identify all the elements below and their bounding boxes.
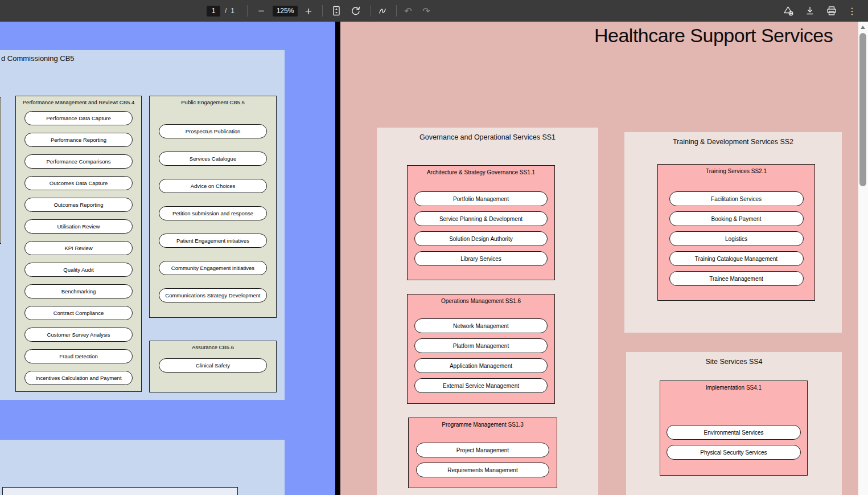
- group-title: Training & Development Services SS2: [624, 132, 842, 146]
- service-pill: Fraud Detection: [24, 349, 133, 363]
- service-pill: Project Management: [416, 443, 549, 457]
- page-number-input[interactable]: 1: [207, 6, 220, 17]
- service-pill: Performance Reporting: [24, 133, 133, 147]
- service-pill: KPI Review: [24, 241, 133, 255]
- service-pill: Contract Compliance: [24, 306, 133, 320]
- undo-icon[interactable]: ↶: [401, 2, 416, 19]
- service-pill: Utilisation Review: [24, 219, 133, 234]
- service-pill: Petition submission and response: [159, 206, 267, 220]
- service-pill: Booking & Payment: [669, 211, 804, 226]
- service-pill: Outcomes Data Capture: [24, 176, 133, 190]
- category-title: Performance Management and Reviewt CB5.4: [23, 96, 134, 106]
- service-pill: Communications Strategy Development: [159, 288, 267, 302]
- service-pill: Portfolio Management: [414, 191, 548, 206]
- service-pill: Prospectus Publication: [159, 124, 267, 138]
- pdf-canvas: d Commissioning CB5 Performance Manageme…: [0, 22, 868, 495]
- service-pill: Physical Security Services: [667, 445, 801, 460]
- rotate-counterclockwise-icon[interactable]: [348, 2, 363, 19]
- pdf-page-right: Healthcare Support Services Governance a…: [340, 22, 858, 495]
- group-commissioning-title: d Commissioning CB5: [1, 54, 75, 63]
- service-pill: Quality Audit: [24, 263, 133, 277]
- page-total: 1: [231, 7, 235, 15]
- category-box-architecture-ss1-1: Architecture & Strategy Governance SS1.1…: [407, 165, 555, 280]
- category-box-public-engagement: Public Engagement CB5.5 Prospectus Publi…: [149, 96, 277, 318]
- service-pill: Outcomes Reporting: [24, 198, 133, 212]
- service-pill: Patient Engagement initiatives: [159, 234, 267, 248]
- service-pill: Clinical Safety: [159, 358, 267, 373]
- toolbar-divider: [396, 5, 397, 17]
- page-title: Healthcare Support Services: [594, 24, 857, 47]
- category-box-assurance: Assurance CB5.6 Clinical Safety: [149, 341, 277, 392]
- service-pill: External Service Management: [414, 378, 548, 393]
- service-pill: Benchmarking: [24, 284, 133, 298]
- category-title: Training Services SS2.1: [706, 165, 767, 175]
- service-pill: Training Catalogue Management: [669, 251, 804, 266]
- toolbar-divider: [371, 5, 371, 17]
- redo-icon[interactable]: ↷: [419, 2, 434, 19]
- zoom-in-button[interactable]: +: [301, 2, 316, 19]
- group-title: Site Services SS4: [626, 352, 842, 366]
- category-box-operations-ss1-6: Operations Management SS1.6 Network Mana…: [407, 294, 555, 404]
- pdf-page-left: d Commissioning CB5 Performance Manageme…: [0, 22, 335, 495]
- category-title: Assurance CB5.6: [192, 341, 234, 351]
- category-box-performance-management: Performance Management and Reviewt CB5.4…: [15, 96, 142, 392]
- page-separator: /: [225, 7, 227, 15]
- download-icon[interactable]: [803, 2, 817, 19]
- page-gap: [335, 22, 340, 495]
- scrollbar-up-arrow-icon[interactable]: [861, 26, 865, 29]
- service-pill: Facilitation Services: [669, 191, 804, 206]
- pdf-toolbar: 1 / 1 − 125% +: [0, 0, 868, 22]
- service-pill: Trainee Management: [669, 271, 804, 286]
- print-icon[interactable]: [824, 2, 839, 19]
- save-to-drive-icon[interactable]: [781, 2, 796, 19]
- category-title: Programme Management SS1.3: [442, 418, 523, 428]
- service-pill: Environmental Services: [667, 425, 801, 440]
- toolbar-divider: [247, 5, 248, 17]
- service-pill: Platform Management: [414, 338, 548, 353]
- category-title: Architecture & Strategy Governance SS1.1: [427, 166, 535, 176]
- service-pill: Application Management: [414, 358, 548, 373]
- service-pill: Community Engagement initiatives: [159, 261, 267, 275]
- service-pill: Advice on Choices: [159, 179, 267, 193]
- zoom-level-input[interactable]: 125%: [273, 6, 298, 17]
- category-title: Operations Management SS1.6: [441, 294, 521, 305]
- more-options-icon[interactable]: ⋮: [845, 2, 859, 19]
- group-title: Governance and Operational Services SS1: [377, 128, 598, 141]
- service-pill: Network Management: [414, 318, 548, 333]
- category-box-operations-support: Operations Support: [2, 487, 238, 495]
- scrollbar-thumb[interactable]: [859, 33, 866, 186]
- cutoff-category-box: [0, 97, 1, 244]
- zoom-out-button[interactable]: −: [254, 2, 269, 19]
- service-pill: Incentives Calculation and Payment: [24, 371, 133, 385]
- service-pill: Customer Survey Analysis: [24, 328, 133, 342]
- fit-to-page-icon[interactable]: [329, 2, 344, 19]
- service-pill: Performance Data Capture: [24, 111, 133, 125]
- category-title: Public Engagement CB5.5: [181, 96, 244, 106]
- vertical-scrollbar[interactable]: [858, 22, 868, 495]
- service-pill: Performance Comparisons: [24, 154, 133, 169]
- toolbar-divider: [322, 5, 323, 17]
- service-pill: Solution Design Authority: [414, 231, 548, 246]
- service-pill: Logistics: [669, 231, 804, 246]
- category-box-training-services-ss2-1: Training Services SS2.1 Facilitation Ser…: [657, 164, 815, 301]
- service-pill: Service Planning & Development: [414, 211, 548, 226]
- service-pill: Library Services: [414, 251, 548, 266]
- category-box-programme-ss1-3: Programme Management SS1.3 Project Manag…: [408, 418, 557, 488]
- annotate-pen-icon[interactable]: [376, 2, 390, 19]
- category-title: Implementation SS4.1: [706, 381, 762, 391]
- service-pill: Services Catalogue: [159, 152, 267, 166]
- service-pill: Requirements Management: [416, 463, 549, 477]
- category-box-implementation-ss4-1: Implementation SS4.1 Environmental Servi…: [660, 381, 808, 476]
